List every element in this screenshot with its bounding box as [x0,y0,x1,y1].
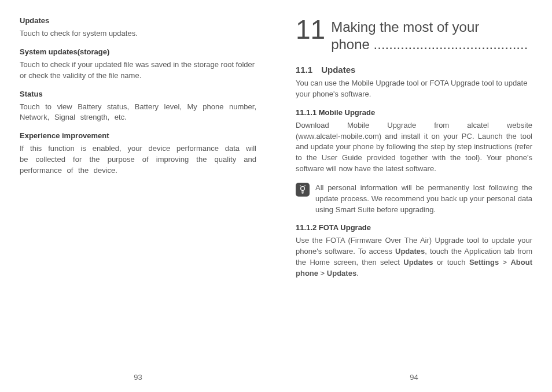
fota-mid2: or touch [433,258,469,267]
section-updates: 11.1 Updates [296,65,532,75]
lightbulb-icon [296,183,310,197]
mobile-upgrade-body-text-part2: (www.alcatel-mobile.com) and install it … [296,132,532,173]
fota-mid3: > [318,269,327,278]
fota-end: . [356,269,359,278]
svg-line-3 [300,186,300,186]
chapter-number: 11 [296,16,325,53]
page-right: 11 Making the most of your phone .......… [276,0,552,392]
fota-bold-updates-1: Updates [395,247,425,256]
body-experience-improvement: If this function is enabled, your device… [20,143,256,176]
body-status: Touch to view Battery status, Battery le… [20,102,256,124]
svg-line-4 [304,186,305,186]
mobile-upgrade-body-text-part1: Download Mobile Upgrade from alcatel web… [296,121,532,130]
page-left: Updates Touch to check for system update… [0,0,276,392]
heading-system-updates-storage: System updates(storage) [20,47,256,56]
heading-status: Status [20,90,256,98]
body-updates: Touch to check for system updates. [20,28,256,39]
subsection-fota-upgrade: 11.1.2 FOTA Upgrade [296,223,532,232]
fota-bold-settings: Settings [469,258,499,267]
page-number-left: 93 [0,373,276,382]
tip-row: All personal information will be permane… [296,183,532,216]
mobile-upgrade-body: Download Mobile Upgrade from alcatel web… [296,120,532,175]
fota-upgrade-body: Use the FOTA (Firmware Over The Air) Upg… [296,235,532,279]
heading-experience-improvement: Experience improvement [20,131,256,140]
fota-gt1: > [499,258,510,267]
page-number-right: 94 [276,373,552,382]
heading-updates: Updates [20,16,256,25]
chapter-title: Making the most of your phone ..........… [331,19,528,53]
chapter-header: 11 Making the most of your phone .......… [296,16,532,53]
fota-bold-updates-2: Updates [403,258,433,267]
chapter-title-line2: phone ..................................… [331,36,528,52]
section-intro: You can use the Mobile Upgrade tool or F… [296,78,532,100]
body-system-updates-storage: Touch to check if your updated file was … [20,60,256,82]
svg-point-0 [301,187,305,191]
tip-text: All personal information will be permane… [315,183,532,216]
chapter-title-line1: Making the most of your [331,19,479,35]
subsection-mobile-upgrade: 11.1.1 Mobile Upgrade [296,108,532,117]
fota-bold-updates-3: Updates [327,269,356,278]
